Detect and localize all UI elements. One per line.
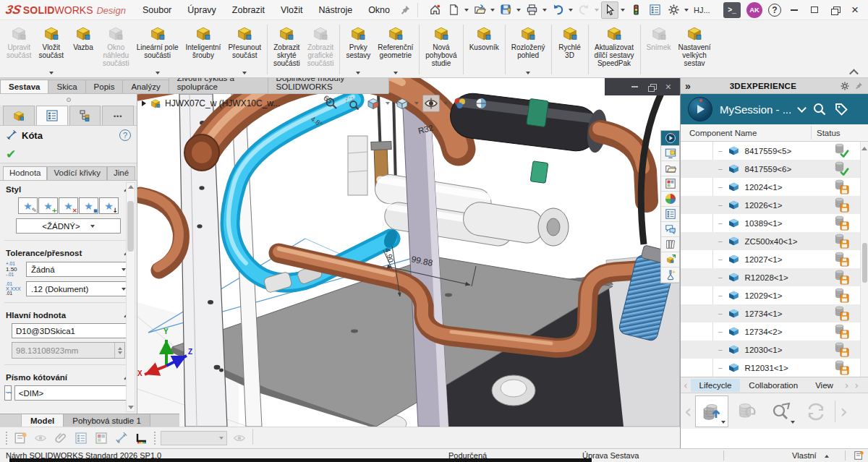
custom-properties-icon[interactable] bbox=[661, 207, 679, 222]
zoom-fit-icon[interactable] bbox=[323, 95, 340, 112]
explore-search-button[interactable] bbox=[765, 395, 798, 427]
ribbon-p-esunout[interactable]: Přesunout součást bbox=[224, 22, 265, 77]
menu-n-stroje[interactable]: Nástroje bbox=[312, 2, 359, 18]
home-button[interactable] bbox=[426, 1, 443, 19]
add-style-button[interactable]: ★+ bbox=[38, 197, 58, 214]
edit-appearance-icon[interactable] bbox=[451, 95, 469, 112]
pane-settings-gear-icon[interactable] bbox=[840, 81, 850, 91]
document-abbrev[interactable]: HJ... bbox=[694, 6, 710, 14]
design-library-icon[interactable] bbox=[661, 161, 679, 176]
ribbon-kusovn-k[interactable]: Kusovník bbox=[466, 22, 503, 77]
component-row-12734-2[interactable]: –12734<2> bbox=[681, 322, 868, 341]
pm-help-button[interactable] bbox=[119, 129, 131, 141]
component-row-r12031-1[interactable]: –R12031<1> bbox=[681, 359, 868, 377]
dimension-text-input[interactable] bbox=[14, 385, 135, 401]
undo-button[interactable] bbox=[549, 1, 566, 19]
dropdown-caret-icon[interactable] bbox=[393, 72, 398, 74]
dropdown-caret-icon[interactable] bbox=[356, 72, 360, 74]
3dexperience-compass-icon[interactable] bbox=[661, 131, 679, 146]
delete-style-button[interactable]: ★× bbox=[59, 197, 78, 214]
dimension-name-input[interactable] bbox=[12, 323, 132, 338]
hide-show-dropdown-icon[interactable] bbox=[443, 102, 448, 105]
dimension-value-spinner[interactable]: 98.13108923mm bbox=[12, 342, 125, 359]
ribbon-nov[interactable]: Nová pohybová studie bbox=[422, 22, 460, 77]
flyout-arrow-icon[interactable] bbox=[142, 100, 146, 106]
toolbar-scroll-right-icon[interactable] bbox=[838, 402, 849, 421]
ribbon-vlo-it[interactable]: Vložit součást bbox=[35, 22, 67, 77]
pane-toggle-button[interactable] bbox=[807, 4, 822, 17]
save-button[interactable] bbox=[497, 1, 514, 19]
menu-zobrazit[interactable]: Zobrazit bbox=[226, 2, 271, 18]
toolbar-scroll-left-icon[interactable] bbox=[682, 402, 694, 421]
footer-tab-view[interactable]: View bbox=[807, 379, 842, 392]
doc-close-icon[interactable] bbox=[665, 81, 671, 93]
tab-more[interactable] bbox=[102, 106, 134, 125]
list-scrollbar[interactable] bbox=[860, 142, 868, 377]
custom-properties-tag-icon[interactable] bbox=[854, 450, 864, 461]
footer-tab-collaboration[interactable]: Collaboration bbox=[740, 379, 807, 392]
apply-scene-icon[interactable] bbox=[472, 95, 490, 112]
zoom-area-icon[interactable] bbox=[344, 95, 361, 112]
3dexperience-logo-icon[interactable] bbox=[688, 97, 712, 121]
component-row-12029-1[interactable]: –12029<1> bbox=[681, 286, 868, 304]
load-style-button[interactable]: ★↓ bbox=[99, 197, 119, 214]
select-dropdown-icon[interactable] bbox=[621, 9, 625, 12]
session-dropdown-icon[interactable] bbox=[797, 103, 807, 113]
pm-scrollbar[interactable] bbox=[126, 182, 135, 412]
scroll-thumb[interactable] bbox=[862, 243, 867, 283]
tab-sestava[interactable]: Sestava bbox=[0, 80, 48, 93]
component-row-8417559-6[interactable]: –8417559<6> bbox=[681, 160, 868, 178]
model-tab-model[interactable]: Model bbox=[22, 414, 64, 427]
save-to-3dexperience-button[interactable] bbox=[695, 395, 728, 427]
document-tab[interactable]: HJWX07C_w (HJWX10C_w... bbox=[142, 95, 280, 111]
component-row-12734-1[interactable]: –12734<1> bbox=[681, 304, 868, 322]
precision-dropdown[interactable]: .12 (Dokument) bbox=[26, 281, 131, 296]
hide-show-items-icon[interactable] bbox=[422, 95, 440, 112]
dropdown-caret-icon[interactable] bbox=[526, 72, 530, 74]
print-button[interactable] bbox=[523, 1, 540, 19]
3d-model-view[interactable]: 99.88 4.90 R32 65 4.8° Y X Z bbox=[137, 78, 680, 427]
pin-menu-icon[interactable] bbox=[396, 1, 414, 19]
model-tab-pohybov-studie-1[interactable]: Pohybová studie 1 bbox=[64, 414, 150, 427]
dropdown-caret-icon[interactable] bbox=[49, 72, 54, 74]
session-label[interactable]: MySession - ... bbox=[720, 103, 791, 116]
tab-popis[interactable]: Popis bbox=[85, 80, 124, 93]
ribbon-prvky[interactable]: Prvky sestavy bbox=[342, 22, 374, 77]
style-dropdown[interactable]: <ŽÁDNÝ> bbox=[16, 218, 121, 234]
configuration-caret-icon[interactable] bbox=[825, 455, 829, 458]
toolbar-grip[interactable] bbox=[6, 432, 8, 445]
scroll-up-icon[interactable] bbox=[128, 185, 134, 189]
magic-tools-icon[interactable] bbox=[661, 268, 679, 283]
dimension-text-section-header[interactable]: Písmo kótování bbox=[0, 369, 137, 384]
tab-property-manager[interactable] bbox=[36, 106, 68, 125]
ok-check-icon[interactable] bbox=[6, 147, 16, 161]
tab-anal-zy[interactable]: Analýzy bbox=[122, 80, 169, 93]
primary-value-section-header[interactable]: Hlavní hodnota bbox=[0, 307, 137, 322]
display-settings-button[interactable] bbox=[646, 1, 663, 19]
ribbon-vazba[interactable]: Vazba bbox=[67, 22, 99, 77]
column-divider[interactable] bbox=[811, 126, 812, 140]
scroll-up-icon[interactable] bbox=[861, 147, 867, 150]
documents-icon[interactable] bbox=[661, 237, 679, 252]
tabs-scroll-right-icon[interactable] bbox=[842, 380, 852, 391]
ribbon-rychl[interactable]: Rychlé 3D bbox=[554, 22, 586, 77]
tag-icon[interactable] bbox=[834, 102, 848, 116]
pane-pin-icon[interactable] bbox=[854, 81, 864, 90]
footer-tab-lifecycle[interactable]: Lifecycle bbox=[691, 379, 741, 392]
menu-pravy[interactable]: Úpravy bbox=[181, 2, 223, 18]
ribbon-zobrazit[interactable]: Zobrazit skryté součásti bbox=[270, 22, 304, 77]
ribbon-nastaven[interactable]: Nastavení velkých sestav bbox=[675, 22, 715, 77]
spinner-arrows[interactable] bbox=[114, 343, 124, 358]
update-assemblies-icon[interactable] bbox=[661, 252, 679, 268]
style-section-header[interactable]: Styl bbox=[0, 181, 137, 196]
view-orientation-icon[interactable] bbox=[393, 95, 411, 112]
column-status[interactable]: Status bbox=[817, 129, 841, 137]
toolbar-grip2[interactable] bbox=[154, 432, 156, 445]
measure-tool-icon[interactable] bbox=[134, 430, 150, 446]
open-dropdown-icon[interactable] bbox=[490, 9, 495, 12]
column-component-name[interactable]: Component Name bbox=[681, 129, 757, 137]
ribbon-aktualizovat[interactable]: Aktualizovat dílčí sestavy SpeedPak bbox=[591, 22, 638, 77]
tab-configuration-manager[interactable] bbox=[69, 106, 101, 125]
tab-feature-manager[interactable] bbox=[3, 106, 35, 125]
save-style-button[interactable]: ★▪ bbox=[79, 197, 98, 214]
